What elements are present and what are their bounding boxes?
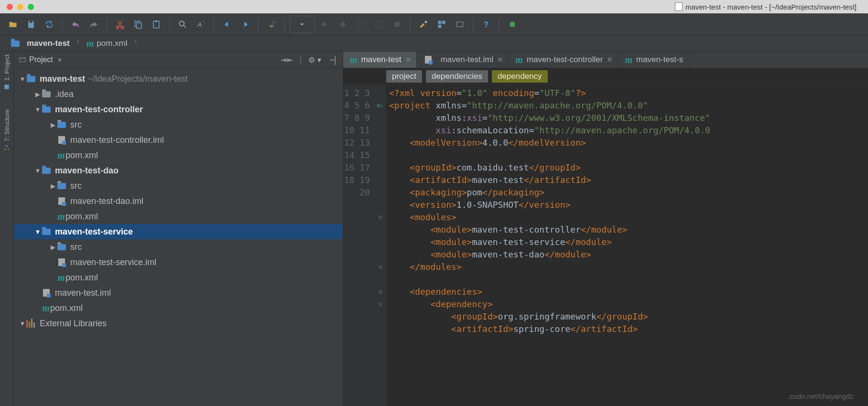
tree-row-external-libs[interactable]: ▼ External Libraries <box>14 316 343 331</box>
fold-gutter[interactable]: m↓ ⊟ ⊟ ⊟⊟ <box>375 85 386 406</box>
profile-button[interactable] <box>371 16 387 32</box>
sdk-button[interactable] <box>452 16 468 32</box>
iml-file-icon <box>43 289 50 297</box>
tree-row-idea[interactable]: ▶ .idea <box>14 86 343 102</box>
settings-gear-icon[interactable]: ⚙ ▾ <box>308 55 321 64</box>
view-mode-dropdown[interactable]: ▾ <box>58 55 62 64</box>
separator <box>258 18 259 31</box>
forward-button[interactable] <box>237 16 253 32</box>
tree-row-file[interactable]: ▶ m pom.xml <box>14 148 343 163</box>
document-icon <box>675 2 683 11</box>
expand-arrow-icon[interactable]: ▶ <box>49 121 57 128</box>
back-button[interactable] <box>219 16 235 32</box>
svg-point-22 <box>8 149 10 150</box>
editor-area: mmaven-test✕maven-test.iml✕mmaven-test-c… <box>343 52 868 406</box>
svg-text:A: A <box>197 21 202 28</box>
run-config-dropdown[interactable] <box>290 16 315 33</box>
sync-button[interactable] <box>41 16 57 32</box>
editor-tab[interactable]: mmaven-test-controller✕ <box>509 52 618 68</box>
stop-button[interactable] <box>389 16 405 32</box>
expand-arrow-icon[interactable]: ▶ <box>49 244 57 251</box>
maximize-window-icon[interactable] <box>28 4 34 10</box>
hide-panel-icon[interactable]: ╶┤ <box>328 55 338 64</box>
tree-row-src[interactable]: ▶ src <box>14 239 343 255</box>
save-button[interactable] <box>23 16 39 32</box>
run-button[interactable] <box>316 16 333 32</box>
tree-row-src[interactable]: ▶ src <box>14 117 343 132</box>
project-tree[interactable]: ▼ maven-test ~/IdeaProjects/maven-test ▶… <box>14 68 343 406</box>
editor-tab[interactable]: maven-test.iml✕ <box>417 52 509 68</box>
redo-button[interactable] <box>86 16 102 32</box>
editor-tab[interactable]: mmaven-test-s <box>618 52 688 68</box>
tree-row-file[interactable]: ▶ m pom.xml <box>14 270 343 285</box>
expand-arrow-icon[interactable]: ▶ <box>34 91 42 98</box>
iml-file-icon <box>58 197 65 205</box>
svg-text:01: 01 <box>272 21 276 24</box>
project-tool-tab[interactable]: 1: Project <box>3 54 11 90</box>
tree-row-root[interactable]: ▼ maven-test ~/IdeaProjects/maven-test <box>14 71 343 86</box>
separator <box>107 18 107 31</box>
editor-breadcrumb-item[interactable]: dependencies <box>426 70 488 83</box>
minimize-window-icon[interactable] <box>17 4 23 10</box>
close-tab-icon[interactable]: ✕ <box>497 55 503 64</box>
maven-icon: m <box>57 272 65 283</box>
code-editor[interactable]: 1 2 3 4 5 6 7 8 9 10 11 12 13 14 15 16 1… <box>343 85 868 406</box>
tree-row-file[interactable]: ▶ m pom.xml <box>14 209 343 224</box>
paste-button[interactable] <box>148 16 164 32</box>
cut-button[interactable] <box>112 16 128 32</box>
expand-arrow-icon[interactable]: ▼ <box>34 228 42 235</box>
close-window-icon[interactable] <box>7 4 13 10</box>
module-folder-icon <box>11 41 20 47</box>
breadcrumb-item[interactable]: maven-test <box>6 38 75 49</box>
undo-button[interactable] <box>67 16 84 32</box>
tree-row-file[interactable]: ▶ maven-test-controller.iml <box>14 132 343 148</box>
expand-arrow-icon[interactable]: ▼ <box>19 75 26 83</box>
project-panel-header: Project ▾ ⇥⇤ | ⚙ ▾ ╶┤ <box>14 52 343 68</box>
help-button[interactable]: ? <box>478 16 494 32</box>
svg-rect-11 <box>358 21 364 27</box>
tree-row-file[interactable]: ▶ maven-test-dao.iml <box>14 193 343 209</box>
cpu-button[interactable] <box>504 16 521 32</box>
line-numbers: 1 2 3 4 5 6 7 8 9 10 11 12 13 14 15 16 1… <box>343 85 375 406</box>
project-structure-button[interactable] <box>434 16 450 32</box>
editor-breadcrumb-item[interactable]: project <box>386 70 422 83</box>
module-folder-icon <box>42 229 51 235</box>
project-panel: Project ▾ ⇥⇤ | ⚙ ▾ ╶┤ ▼ maven-test ~/Ide… <box>14 52 343 406</box>
settings-button[interactable] <box>415 16 432 32</box>
breadcrumb-item[interactable]: m pom.xml <box>82 37 132 50</box>
code-content[interactable]: <?xml version="1.0" encoding="UTF-8"?> <… <box>386 85 868 406</box>
tree-row-module-selected[interactable]: ▼ maven-test-service <box>14 224 343 239</box>
expand-arrow-icon[interactable]: ▼ <box>34 167 42 174</box>
tree-row-module[interactable]: ▼ maven-test-dao <box>14 163 343 178</box>
tree-row-file[interactable]: ▶ maven-test-service.iml <box>14 255 343 270</box>
tree-row-file[interactable]: ▶ maven-test.iml <box>14 285 343 300</box>
close-tab-icon[interactable]: ✕ <box>405 55 412 64</box>
svg-rect-5 <box>153 21 159 28</box>
structure-tool-tab[interactable]: 7: Structure <box>3 109 11 151</box>
close-tab-icon[interactable]: ✕ <box>607 55 613 64</box>
open-button[interactable] <box>5 16 21 32</box>
coverage-button[interactable] <box>353 16 369 32</box>
svg-rect-18 <box>456 22 463 27</box>
source-folder-icon <box>57 244 66 250</box>
collapse-all-icon[interactable]: ⇥⇤ <box>281 55 293 64</box>
replace-button[interactable]: A <box>193 16 209 32</box>
watermark: .csdn.net/chayangdz <box>788 392 854 400</box>
editor-tab[interactable]: mmaven-test✕ <box>343 52 417 68</box>
expand-arrow-icon[interactable]: ▶ <box>49 182 57 190</box>
copy-button[interactable] <box>130 16 146 32</box>
tree-row-src[interactable]: ▶ src <box>14 178 343 193</box>
maven-icon: m <box>87 38 94 49</box>
maven-icon: m <box>57 150 65 161</box>
tree-row-file[interactable]: ▶ m pom.xml <box>14 300 343 316</box>
svg-point-2 <box>121 26 124 29</box>
tree-row-module[interactable]: ▼ maven-test-controller <box>14 102 343 117</box>
find-button[interactable] <box>174 16 191 32</box>
debug-button[interactable] <box>335 16 351 32</box>
maven-icon: m <box>42 303 50 314</box>
expand-arrow-icon[interactable]: ▼ <box>34 106 42 113</box>
separator <box>410 18 411 31</box>
expand-arrow-icon[interactable]: ▼ <box>19 320 26 327</box>
editor-breadcrumb-item[interactable]: dependency <box>492 70 548 83</box>
build-button[interactable]: 01 <box>263 16 280 32</box>
